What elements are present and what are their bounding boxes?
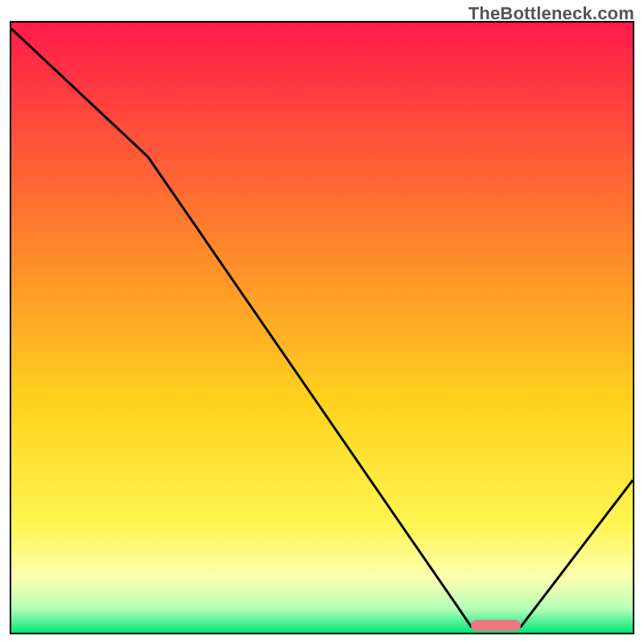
optimal-marker [471, 620, 521, 631]
chart-container: TheBottleneck.com [0, 0, 644, 644]
curve-path [11, 29, 633, 627]
curve-line [11, 23, 633, 633]
plot-area [10, 21, 634, 634]
watermark-text: TheBottleneck.com [469, 3, 634, 24]
